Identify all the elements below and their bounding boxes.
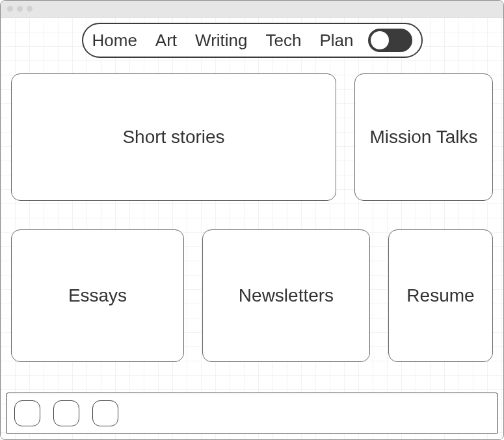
footer-icon-3[interactable] bbox=[92, 400, 118, 426]
traffic-light-minimize-icon[interactable] bbox=[17, 6, 23, 12]
theme-toggle[interactable] bbox=[368, 29, 412, 52]
nav-item-home[interactable]: Home bbox=[92, 31, 137, 51]
top-nav: Home Art Writing Tech Plan bbox=[82, 23, 423, 58]
card-grid: Short stories Mission Talks Essays Newsl… bbox=[5, 73, 499, 393]
card-label: Resume bbox=[406, 285, 474, 306]
card-resume[interactable]: Resume bbox=[388, 229, 493, 362]
app-window: Home Art Writing Tech Plan Short stories… bbox=[0, 0, 504, 440]
traffic-light-close-icon[interactable] bbox=[7, 6, 13, 12]
card-label: Short stories bbox=[122, 127, 224, 148]
footer-icon-1[interactable] bbox=[14, 400, 40, 426]
toggle-knob-icon bbox=[371, 31, 389, 49]
footer-bar bbox=[6, 393, 498, 434]
card-label: Mission Talks bbox=[370, 127, 478, 148]
card-label: Newsletters bbox=[239, 285, 334, 306]
card-row-1: Short stories Mission Talks bbox=[11, 73, 493, 201]
traffic-light-zoom-icon[interactable] bbox=[27, 6, 33, 12]
nav-item-tech[interactable]: Tech bbox=[266, 31, 302, 51]
card-mission-talks[interactable]: Mission Talks bbox=[354, 73, 493, 201]
card-newsletters[interactable]: Newsletters bbox=[202, 229, 370, 362]
content-area: Home Art Writing Tech Plan Short stories… bbox=[1, 18, 503, 439]
card-label: Essays bbox=[68, 285, 127, 306]
nav-item-plan[interactable]: Plan bbox=[319, 31, 353, 51]
card-row-2: Essays Newsletters Resume bbox=[11, 229, 493, 362]
nav-item-art[interactable]: Art bbox=[155, 31, 177, 51]
nav-wrapper: Home Art Writing Tech Plan bbox=[5, 23, 499, 58]
card-essays[interactable]: Essays bbox=[11, 229, 184, 362]
card-short-stories[interactable]: Short stories bbox=[11, 73, 336, 201]
nav-item-writing[interactable]: Writing bbox=[195, 31, 247, 51]
window-titlebar bbox=[1, 1, 503, 18]
footer-icon-2[interactable] bbox=[53, 400, 79, 426]
